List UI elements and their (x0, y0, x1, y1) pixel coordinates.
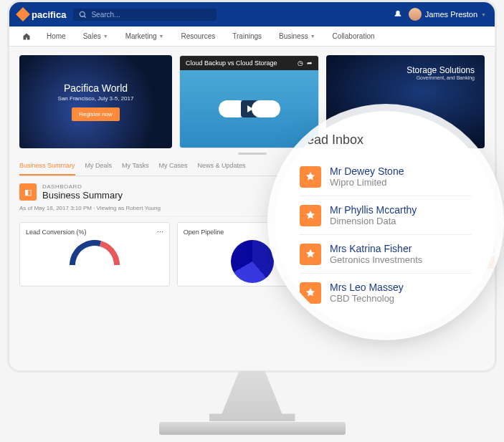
lead-item[interactable]: Mrs Leo MasseyCBD Technolog (300, 274, 472, 312)
notifications-icon[interactable] (393, 9, 403, 19)
nav-business[interactable]: Business▼ (270, 27, 324, 46)
main-nav: HomeSales▼Marketing▼ResourcesTrainingsBu… (9, 27, 495, 47)
widget-menu-icon[interactable]: ⋯ (157, 229, 163, 236)
video-thumbnail (180, 70, 318, 148)
lead-company: Getronics Investments (330, 254, 422, 265)
brand-icon (16, 7, 30, 21)
widget-title: Open Pipeline (184, 229, 224, 236)
user-name: James Preston (425, 10, 477, 19)
user-menu[interactable]: James Preston ▼ (409, 8, 486, 21)
nav-home-icon[interactable] (15, 27, 38, 46)
summary-tab[interactable]: My Cases (158, 162, 187, 176)
nav-label: Marketing (125, 32, 157, 40)
nav-label: Home (47, 32, 66, 40)
register-button[interactable]: Register now (72, 107, 120, 121)
dashboard-icon: ◧ (19, 183, 37, 201)
summary-tab[interactable]: Business Summary (19, 162, 75, 176)
lead-star-icon (300, 244, 321, 265)
card-title: Storage Solutions (406, 65, 475, 75)
lead-name: Mrs Katrina Fisher (330, 243, 422, 254)
nav-resources[interactable]: Resources (172, 27, 224, 46)
nav-marketing[interactable]: Marketing▼ (117, 27, 173, 46)
topbar: pacifica Search... James Preston ▼ (9, 2, 495, 27)
chevron-down-icon: ▼ (159, 34, 164, 39)
lead-name: Mr Dewey Stone (330, 165, 404, 177)
summary-tab[interactable]: My Tasks (122, 162, 148, 176)
nav-label: Resources (181, 32, 215, 40)
card-subtitle: Government, and Banking (417, 75, 475, 80)
share-icon[interactable]: ➦ (307, 59, 313, 67)
lead-item[interactable]: Mr Dewey StoneWipro Limited (300, 158, 472, 196)
lead-name: Mr Phyllis Mccarthy (330, 204, 417, 216)
search-icon (79, 11, 87, 19)
nav-label: Business (279, 32, 308, 40)
global-search[interactable]: Search... (73, 9, 217, 21)
video-title: Cloud Backup vs Cloud Storage (186, 59, 277, 67)
lead-company: CBD Technolog (330, 293, 404, 304)
watch-later-icon[interactable]: ◷ (298, 59, 303, 67)
chevron-down-icon: ▼ (103, 34, 108, 39)
pie-chart (231, 240, 274, 283)
brand-logo[interactable]: pacifica (18, 9, 66, 20)
lead-inbox-zoom: Lead Inbox Mr Dewey StoneWipro LimitedMr… (275, 111, 497, 333)
cloud-icon (252, 100, 280, 117)
monitor-stand (209, 371, 295, 421)
card-video[interactable]: Cloud Backup vs Cloud Storage ◷ ➦ (179, 55, 319, 148)
nav-label: Collaboration (333, 32, 375, 40)
lead-company: Dimension Data (330, 216, 417, 226)
inbox-title: Lead Inbox (300, 133, 472, 148)
video-header: Cloud Backup vs Cloud Storage ◷ ➦ (180, 56, 318, 70)
summary-tab[interactable]: News & Updates (197, 162, 245, 176)
gauge-chart (70, 240, 120, 265)
chevron-down-icon: ▼ (481, 12, 486, 17)
search-placeholder: Search... (91, 11, 120, 19)
nav-label: Trainings (232, 32, 262, 40)
summary-tab[interactable]: My Deals (85, 162, 113, 176)
brand-text: pacifica (32, 9, 66, 20)
lead-company: Wipro Limited (330, 177, 404, 188)
nav-sales[interactable]: Sales▼ (75, 27, 117, 46)
nav-collaboration[interactable]: Collaboration (324, 27, 384, 46)
lead-name: Mrs Leo Massey (330, 282, 404, 293)
summary-title: Business Summary (42, 190, 123, 201)
chevron-down-icon: ▼ (310, 34, 315, 39)
widget-lead-conversion[interactable]: Lead Conversion (%)⋯ (19, 222, 170, 287)
summary-eyebrow: DASHBOARD (42, 183, 123, 190)
lead-star-icon (300, 166, 321, 188)
lead-item[interactable]: Mr Phyllis MccarthyDimension Data (300, 196, 472, 235)
topbar-right: James Preston ▼ (393, 8, 486, 21)
card-title: Pacifica World (64, 82, 128, 94)
monitor-base (159, 422, 346, 435)
nav-trainings[interactable]: Trainings (224, 27, 270, 46)
nav-label: Sales (83, 32, 101, 40)
card-pacifica-world[interactable]: Pacifica World San Francisco, July 3-5, … (19, 55, 172, 148)
svg-point-0 (80, 11, 85, 16)
house-icon (22, 32, 31, 41)
avatar-icon (409, 8, 422, 21)
widget-title: Lead Conversion (%) (26, 229, 87, 236)
lead-item[interactable]: Mrs Katrina FisherGetronics Investments (300, 235, 472, 274)
nav-home[interactable]: Home (38, 27, 75, 46)
card-subtitle: San Francisco, July 3-5, 2017 (58, 95, 134, 102)
lead-star-icon (300, 205, 321, 226)
